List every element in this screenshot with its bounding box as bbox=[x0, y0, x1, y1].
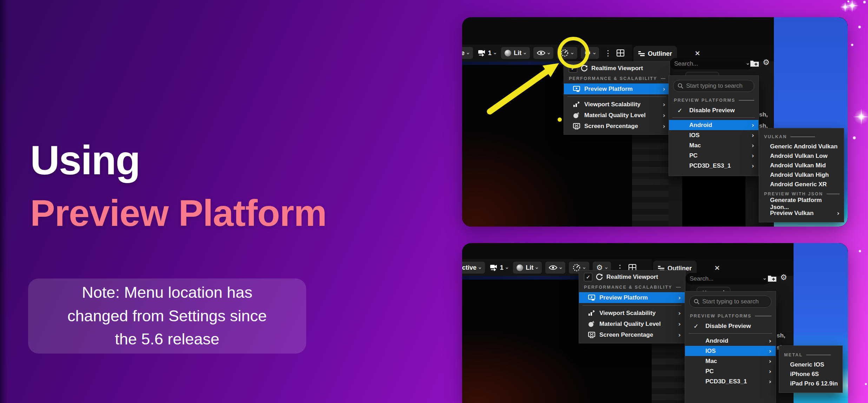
menu-item-material-quality[interactable]: Material Quality Level › bbox=[579, 318, 685, 329]
check-icon: ✓ bbox=[571, 65, 576, 72]
lit-label: Lit bbox=[514, 49, 521, 57]
menu-section-performance: PERFORMANCE & SCALABILITY bbox=[564, 74, 670, 83]
chevron-down-icon: › bbox=[492, 52, 498, 55]
viewport-settings-button[interactable]: ⚙ › bbox=[581, 47, 599, 59]
menu-item-generate-platform-json[interactable]: Generate Platform Json... bbox=[759, 199, 844, 208]
tab-outliner[interactable]: Outliner bbox=[633, 46, 677, 61]
menu-item-pcd3d[interactable]: PCD3D_ES3_1 › bbox=[685, 376, 776, 387]
menu-item-ios[interactable]: IOS › bbox=[669, 130, 758, 140]
menu-item-iphone-6s[interactable]: iPhone 6S bbox=[779, 369, 842, 379]
menu-item-android-vulkan-low[interactable]: Android Vulkan Low bbox=[759, 151, 844, 161]
show-flags-button[interactable]: › bbox=[533, 47, 554, 59]
add-folder-icon[interactable] bbox=[768, 274, 777, 282]
menu-label: Android Vulkan High bbox=[770, 172, 829, 179]
more-options-icon[interactable]: ⋮ bbox=[604, 49, 612, 58]
sparkle-icon bbox=[840, 2, 850, 12]
ue-editor-screenshot-bottom: sh, sh, erspective › 1 › Lit › › bbox=[462, 243, 848, 403]
menu-item-android[interactable]: Android › bbox=[669, 120, 758, 130]
performance-preview-button[interactable]: › bbox=[557, 47, 577, 59]
menu-label: iPad Pro 6 12.9in bbox=[790, 380, 838, 387]
menu-item-viewport-scalability[interactable]: Viewport Scalability › bbox=[564, 99, 670, 110]
lit-mode-button[interactable]: Lit › bbox=[513, 262, 542, 274]
menu-item-realtime-viewport[interactable]: ✓ Realtime Viewport bbox=[564, 63, 670, 74]
chevron-right-icon: › bbox=[769, 368, 771, 375]
chevron-right-icon: › bbox=[678, 309, 681, 317]
menu-item-realtime-viewport[interactable]: ✓ Realtime Viewport bbox=[579, 272, 685, 282]
menu-item-screen-percentage[interactable]: Screen Percentage › bbox=[579, 329, 685, 340]
menu-label: Viewport Scalability bbox=[599, 310, 656, 317]
camera-speed-button[interactable]: 1 › bbox=[488, 262, 510, 274]
platform-search-input[interactable]: Start typing to search bbox=[689, 296, 771, 308]
menu-item-mac[interactable]: Mac › bbox=[669, 140, 758, 150]
menu-item-android-vulkan-high[interactable]: Android Vulkan High bbox=[759, 170, 844, 180]
perspective-button[interactable]: tive › bbox=[462, 47, 473, 59]
outliner-search-input[interactable]: Search... › bbox=[670, 58, 754, 69]
chevron-right-icon: › bbox=[663, 122, 665, 130]
menu-label: Android bbox=[705, 337, 728, 344]
sparkle-icon bbox=[847, 0, 850, 3]
eye-icon bbox=[537, 50, 545, 56]
layout-grid-icon[interactable] bbox=[617, 49, 624, 56]
chevron-right-icon: › bbox=[663, 101, 665, 108]
menu-item-pcd3d[interactable]: PCD3D_ES3_1 › bbox=[669, 161, 758, 171]
menu-item-material-quality[interactable]: Material Quality Level › bbox=[564, 110, 670, 121]
close-icon[interactable]: × bbox=[695, 49, 701, 57]
menu-label: Preview Vulkan bbox=[770, 210, 814, 217]
menu-item-generic-ios[interactable]: Generic IOS bbox=[779, 360, 842, 369]
menu-label: PCD3D_ES3_1 bbox=[689, 162, 731, 169]
menu-item-pc[interactable]: PC › bbox=[669, 150, 758, 161]
screen-percentage-icon bbox=[573, 123, 580, 129]
menu-label: Realtime Viewport bbox=[591, 65, 643, 72]
search-placeholder: Start typing to search bbox=[686, 82, 743, 89]
check-icon: ✓ bbox=[693, 323, 698, 330]
chevron-down-icon: › bbox=[534, 267, 540, 269]
menu-item-android[interactable]: Android › bbox=[685, 336, 776, 346]
note-line: changed from Settings since bbox=[28, 304, 306, 328]
search-placeholder: Search... bbox=[674, 60, 698, 67]
menu-item-preview-platform[interactable]: Preview Platform › bbox=[564, 83, 670, 94]
chevron-right-icon: › bbox=[769, 378, 771, 385]
checkbox-checked[interactable]: ✓ bbox=[584, 273, 592, 281]
add-folder-icon[interactable] bbox=[750, 59, 759, 67]
menu-label: Disable Preview bbox=[689, 107, 735, 114]
menu-item-pc[interactable]: PC › bbox=[685, 366, 776, 376]
menu-item-ipad-pro[interactable]: iPad Pro 6 12.9in bbox=[779, 379, 842, 388]
realtime-icon bbox=[581, 65, 588, 72]
menu-item-screen-percentage[interactable]: Screen Percentage › bbox=[564, 121, 670, 132]
platform-search-input[interactable]: Start typing to search bbox=[673, 80, 754, 92]
menu-label: Generic IOS bbox=[790, 361, 824, 368]
camera-speed-button[interactable]: 1 › bbox=[476, 47, 498, 59]
menu-label: Realtime Viewport bbox=[606, 274, 658, 281]
menu-item-disable-preview[interactable]: ✓ Disable Preview bbox=[685, 321, 776, 331]
checkbox-checked[interactable]: ✓ bbox=[569, 64, 577, 73]
menu-item-preview-platform[interactable]: Preview Platform › bbox=[579, 292, 685, 303]
window-titlebar bbox=[462, 243, 848, 259]
perspective-button[interactable]: erspective › bbox=[462, 262, 485, 274]
check-icon: ✓ bbox=[677, 107, 682, 114]
menu-item-mac[interactable]: Mac › bbox=[685, 356, 776, 366]
menu-label: Android bbox=[689, 122, 712, 129]
outliner-rows bbox=[632, 137, 669, 227]
menu-item-android-vulkan-mid[interactable]: Android Vulkan Mid bbox=[759, 161, 844, 170]
menu-item-ios[interactable]: IOS › bbox=[685, 346, 776, 356]
chevron-down-icon: › bbox=[569, 52, 576, 55]
menu-divider bbox=[689, 333, 772, 334]
show-flags-button[interactable]: › bbox=[545, 262, 566, 274]
lit-mode-button[interactable]: Lit › bbox=[501, 47, 530, 59]
menu-item-generic-android-vulkan[interactable]: Generic Android Vulkan bbox=[759, 142, 844, 151]
menu-section-preview-platforms: PREVIEW PLATFORMS bbox=[685, 311, 776, 321]
close-icon[interactable]: × bbox=[714, 263, 720, 272]
menu-item-android-generic-xr[interactable]: Android Generic XR bbox=[759, 180, 844, 189]
menu-label: Android Generic XR bbox=[770, 181, 827, 188]
gear-icon[interactable]: ⚙ bbox=[780, 273, 787, 282]
menu-item-preview-vulkan[interactable]: Preview Vulkan › bbox=[759, 208, 844, 218]
menu-label: Android Vulkan Mid bbox=[770, 162, 826, 169]
outliner-search-input[interactable]: Search... › bbox=[685, 273, 770, 284]
tab-outliner-label: Outliner bbox=[648, 50, 672, 58]
menu-label: Mac bbox=[705, 358, 717, 365]
menu-label: IOS bbox=[689, 132, 699, 139]
gear-icon[interactable]: ⚙ bbox=[763, 58, 770, 67]
menu-item-disable-preview[interactable]: ✓ Disable Preview bbox=[669, 105, 758, 115]
menu-item-viewport-scalability[interactable]: Viewport Scalability › bbox=[579, 308, 685, 318]
lit-sphere-icon bbox=[517, 264, 523, 271]
